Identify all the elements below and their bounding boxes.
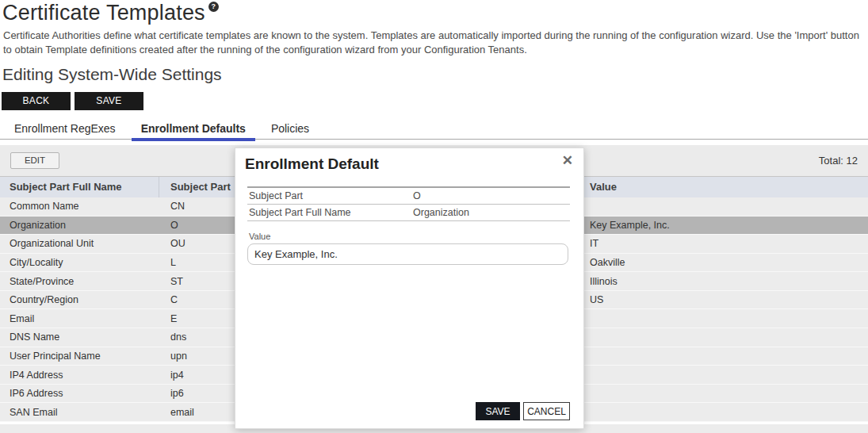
cell-value bbox=[583, 309, 868, 328]
cell-value bbox=[583, 347, 868, 366]
cell-value bbox=[583, 385, 868, 403]
modal-cancel-button[interactable]: CANCEL bbox=[523, 402, 570, 420]
close-icon[interactable]: ✕ bbox=[562, 152, 573, 170]
tab-enrollment-regexes[interactable]: Enrollment RegExes bbox=[8, 122, 122, 139]
save-button[interactable]: SAVE bbox=[75, 92, 143, 110]
cell-value bbox=[583, 403, 868, 421]
edit-button[interactable]: EDIT bbox=[10, 152, 59, 169]
certificate-templates-page: Certificate Templates? Certificate Autho… bbox=[0, 0, 868, 433]
modal-save-button[interactable]: SAVE bbox=[476, 402, 520, 420]
title-row: Certificate Templates? bbox=[2, 1, 868, 25]
modal-field-row: Subject PartO bbox=[247, 188, 570, 205]
cell-value: US bbox=[583, 291, 868, 309]
total-count: Total: 12 bbox=[819, 155, 858, 167]
modal-field-value: Organization bbox=[413, 207, 469, 218]
tab-bar: Enrollment RegExesEnrollment DefaultsPol… bbox=[0, 122, 868, 140]
modal-field-row: Subject Part Full NameOrganization bbox=[247, 205, 570, 221]
value-input[interactable] bbox=[247, 243, 568, 265]
cell-full-name: Common Name bbox=[0, 197, 159, 216]
cell-full-name: City/Locality bbox=[0, 254, 159, 272]
cell-full-name: Organizational Unit bbox=[0, 235, 159, 253]
cell-value bbox=[583, 328, 868, 347]
modal-title: Enrollment Default bbox=[245, 155, 583, 173]
help-icon[interactable]: ? bbox=[208, 2, 219, 12]
tab-enrollment-defaults[interactable]: Enrollment Defaults bbox=[135, 122, 252, 139]
cell-value: Illinois bbox=[583, 272, 868, 290]
cell-full-name: State/Province bbox=[0, 272, 159, 290]
modal-footer: SAVE CANCEL bbox=[476, 402, 570, 420]
page-description: Certificate Authorities define what cert… bbox=[3, 29, 860, 58]
cell-value: Key Example, Inc. bbox=[583, 216, 868, 235]
modal-field-value: O bbox=[413, 190, 421, 201]
top-button-row: BACK SAVE bbox=[2, 92, 868, 110]
section-subtitle: Editing System-Wide Settings bbox=[2, 65, 868, 84]
page-title: Certificate Templates bbox=[2, 1, 205, 25]
modal-field-label: Subject Part bbox=[247, 190, 413, 201]
enrollment-default-modal: Enrollment Default ✕ Subject PartOSubjec… bbox=[235, 148, 584, 429]
cell-full-name: IP6 Address bbox=[0, 385, 159, 403]
cell-value bbox=[583, 366, 868, 384]
cell-value: Oakville bbox=[583, 254, 868, 272]
column-header-value[interactable]: Value bbox=[583, 177, 868, 197]
tab-policies[interactable]: Policies bbox=[265, 122, 315, 139]
column-header-subject-part-full-name[interactable]: Subject Part Full Name bbox=[0, 177, 159, 197]
back-button[interactable]: BACK bbox=[2, 92, 71, 110]
value-field-label: Value bbox=[249, 232, 583, 241]
modal-field-label: Subject Part Full Name bbox=[247, 207, 413, 218]
cell-full-name: User Principal Name bbox=[0, 347, 159, 366]
cell-full-name: SAN Email bbox=[0, 403, 159, 421]
cell-full-name: Organization bbox=[0, 216, 159, 235]
cell-value bbox=[583, 197, 868, 216]
modal-fields: Subject PartOSubject Part Full NameOrgan… bbox=[247, 186, 570, 221]
cell-full-name: Email bbox=[0, 309, 159, 328]
cell-full-name: DNS Name bbox=[0, 328, 159, 347]
cell-full-name: IP4 Address bbox=[0, 366, 159, 384]
cell-full-name: Country/Region bbox=[0, 291, 159, 309]
cell-value: IT bbox=[583, 235, 868, 253]
